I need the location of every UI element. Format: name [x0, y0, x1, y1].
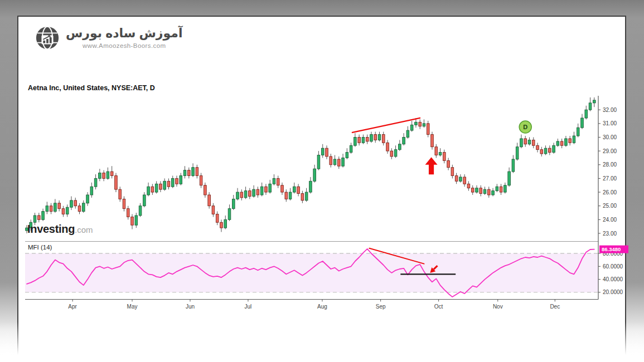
- site-logo: آموزش ساده بورس www.Amoozesh-Boors.com: [35, 25, 182, 51]
- watermark-suffix: .com: [75, 225, 93, 234]
- globe-logo-icon: [35, 25, 60, 51]
- logo-text: آموزش ساده بورس www.Amoozesh-Boors.com: [66, 27, 182, 48]
- mfi-indicator-label: MFI (14): [28, 244, 52, 251]
- chart-title: Aetna Inc, United States, NYSE:AET, D: [28, 84, 155, 92]
- logo-url: www.Amoozesh-Boors.com: [83, 42, 166, 49]
- content-card: [17, 16, 626, 362]
- watermark-brand: Investing: [27, 223, 75, 235]
- investing-watermark: Investing.com: [27, 223, 93, 236]
- logo-title: آموزش ساده بورس: [66, 27, 182, 40]
- screenshot-root: 32.0031.0030.0029.0028.0027.0026.0025.00…: [0, 0, 644, 362]
